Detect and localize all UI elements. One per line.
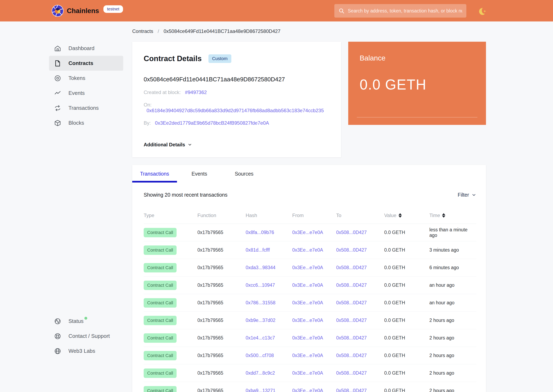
additional-details-toggle[interactable]: Additional Details [144,142,192,147]
table-row: Contract Call 0x17b79565 0xcc6...10947 0… [144,277,476,294]
tx-type-cell: Contract Call [144,298,197,308]
tx-to-cell: 0x508...0D427 [336,353,384,358]
column-header-function: Function [197,213,246,218]
tx-from-cell: 0x3Ee...e7e0A [292,318,336,323]
brand-name: Chainlens [67,5,99,17]
sidebar-item-label: Dashboard [69,45,94,51]
contract-call-badge: Contract Call [144,351,176,360]
tx-hash-cell: 0x500...cf708 [246,353,292,358]
sidebar-item-events[interactable]: Events [49,86,123,101]
breadcrumb-contracts-link[interactable]: Contracts [132,28,153,34]
transactions-card: Transactions Events Sources Showing 20 m… [132,165,486,392]
sidebar-item-dashboard[interactable]: Dashboard [49,41,123,56]
tx-hash-link[interactable]: 0x8fa...09b76 [246,230,274,235]
tx-to-link[interactable]: 0x508...0D427 [336,247,367,253]
tx-value-cell: 0.0 GETH [384,282,429,288]
network-badge: testnet [103,5,123,13]
tx-from-link[interactable]: 0x3Ee...e7e0A [292,265,323,270]
breadcrumb: Contracts / 0x5084ce649Fd11e0441BC71aa48… [132,28,486,34]
tx-to-link[interactable]: 0x508...0D427 [336,335,367,341]
search-box[interactable] [334,4,466,18]
tx-to-link[interactable]: 0x508...0D427 [336,265,367,270]
tx-from-link[interactable]: 0x3Ee...e7e0A [292,388,323,392]
tx-to-link[interactable]: 0x508...0D427 [336,282,367,288]
tx-hash-link[interactable]: 0xcc6...10947 [246,282,275,288]
column-header-time[interactable]: Time [429,213,476,218]
tx-to-link[interactable]: 0x508...0D427 [336,370,367,376]
tx-to-link[interactable]: 0x508...0D427 [336,353,367,358]
search-input[interactable] [348,8,462,14]
sidebar-item-label: Status [69,318,87,324]
tx-function-cell: 0x17b79565 [197,388,246,392]
sort-icon[interactable] [442,213,445,218]
tx-from-link[interactable]: 0x3Ee...e7e0A [292,230,323,235]
main-content: Contracts / 0x5084ce649Fd11e0441BC71aa48… [132,21,486,392]
tx-to-cell: 0x508...0D427 [336,265,384,270]
column-header-type: Type [144,213,197,218]
tx-value-cell: 0.0 GETH [384,265,429,270]
tx-function-cell: 0x17b79565 [197,300,246,306]
tx-value-cell: 0.0 GETH [384,318,429,323]
tx-from-link[interactable]: 0x3Ee...e7e0A [292,300,323,305]
creator-address-link[interactable]: 0x3Ee2ded1779aE9b65d78bcB24fB950827fde7e… [155,120,269,126]
tx-value-cell: 0.0 GETH [384,353,429,358]
contract-by-line: By: 0x3Ee2ded1779aE9b65d78bcB24fB950827f… [144,120,330,126]
sidebar-item-label: Blocks [69,120,84,126]
tx-hash-link[interactable]: 0x786...31558 [246,300,275,305]
tab-sources[interactable]: Sources [222,165,266,182]
filter-button[interactable]: Filter [458,192,476,198]
contract-call-badge: Contract Call [144,263,176,273]
tx-hash-cell: 0xcc6...10947 [246,282,292,288]
tx-time-cell: an hour ago [429,300,476,306]
table-row: Contract Call 0x17b79565 0xdd7...8c9c2 0… [144,364,476,382]
tx-from-link[interactable]: 0x3Ee...e7e0A [292,335,323,341]
globe-icon [54,347,61,355]
table-row: Contract Call 0x17b79565 0xda3...98344 0… [144,259,476,277]
created-block-link[interactable]: #9497362 [185,90,207,95]
tx-hash-cell: 0xb9e...37d02 [246,318,292,323]
tab-events[interactable]: Events [177,165,222,182]
sidebar-item-status[interactable]: Status [49,314,123,329]
tx-to-link[interactable]: 0x508...0D427 [336,300,367,305]
sidebar-item-label: Contact / Support [69,333,110,339]
brand-group[interactable]: Chainlens testnet [52,5,123,17]
tx-to-link[interactable]: 0x508...0D427 [336,318,367,323]
tx-to-cell: 0x508...0D427 [336,300,384,306]
tx-hash-cell: 0xdd7...8c9c2 [246,370,292,376]
sidebar-item-blocks[interactable]: Blocks [49,115,123,130]
theme-toggle-button[interactable] [476,6,488,18]
creation-tx-hash-link[interactable]: 0x6184e39404927d8c59db66a833d9d2d971476f… [147,108,324,113]
sidebar-item-tokens[interactable]: Tokens [49,71,123,86]
sidebar-item-contact-support[interactable]: Contact / Support [49,329,123,343]
tx-hash-link[interactable]: 0x81d...fcfff [246,247,270,253]
table-row: Contract Call 0x17b79565 0x500...cf708 0… [144,347,476,364]
tx-hash-link[interactable]: 0xda3...98344 [246,265,275,270]
tx-time-cell: 2 hours ago [429,353,476,358]
activity-icon [54,90,61,97]
tx-from-link[interactable]: 0x3Ee...e7e0A [292,247,323,253]
tx-from-link[interactable]: 0x3Ee...e7e0A [292,370,323,376]
sort-icon[interactable] [399,213,402,218]
contract-created-line: Created at block: #9497362 [144,90,330,95]
column-header-value[interactable]: Value [384,213,429,218]
tx-hash-link[interactable]: 0x500...cf708 [246,353,274,358]
tx-from-link[interactable]: 0x3Ee...e7e0A [292,353,323,358]
tx-from-link[interactable]: 0x3Ee...e7e0A [292,282,323,288]
tx-hash-link[interactable]: 0xba9...13271 [246,388,275,392]
tx-hash-link[interactable]: 0x1e4...c13c7 [246,335,275,341]
tx-value-cell: 0.0 GETH [384,388,429,392]
sidebar-item-web3-labs[interactable]: Web3 Labs [49,343,123,358]
tx-from-link[interactable]: 0x3Ee...e7e0A [292,318,323,323]
tx-function-cell: 0x17b79565 [197,265,246,270]
tx-time-cell: 3 minutes ago [429,247,476,253]
tx-to-link[interactable]: 0x508...0D427 [336,388,367,392]
tx-to-link[interactable]: 0x508...0D427 [336,230,367,235]
tx-hash-cell: 0x8fa...09b76 [246,230,292,235]
repeat-icon [54,105,61,112]
status-pulse-icon [54,318,61,325]
sidebar-item-contracts[interactable]: Contracts [49,56,123,71]
tab-transactions[interactable]: Transactions [132,165,177,182]
tx-hash-link[interactable]: 0xdd7...8c9c2 [246,370,275,376]
sidebar-item-transactions[interactable]: Transactions [49,101,123,115]
tx-hash-link[interactable]: 0xb9e...37d02 [246,318,275,323]
